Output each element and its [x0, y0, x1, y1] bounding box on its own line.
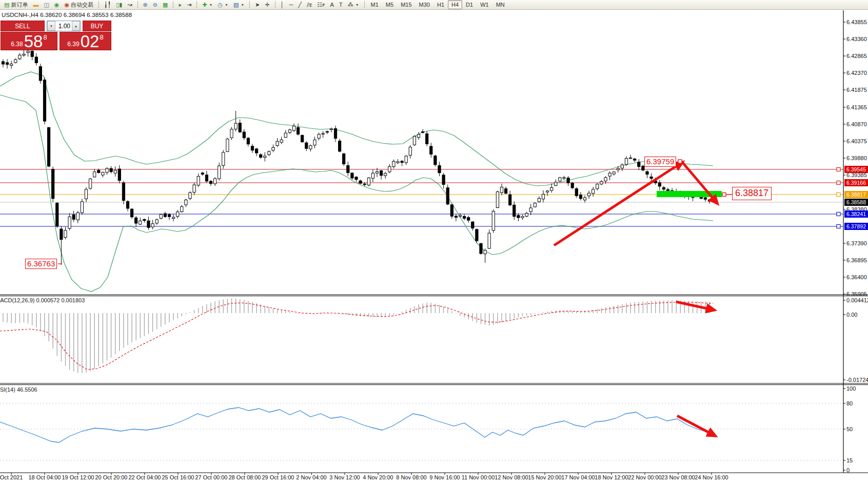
zoom-out-button[interactable]: ⊖: [150, 0, 160, 9]
timeframe-m30-button[interactable]: M30: [416, 0, 433, 9]
price-annotation-peak[interactable]: 6.39759: [644, 157, 676, 167]
volume-increase-button[interactable]: ▲: [72, 21, 80, 31]
candle-body: [23, 54, 25, 55]
crosshair-tool-button[interactable]: ✛: [262, 0, 272, 9]
candle-body: [646, 171, 648, 174]
vertical-line-tool[interactable]: │: [278, 0, 287, 9]
candle-body: [209, 181, 212, 184]
price-tag-label: 6.39166: [846, 180, 866, 186]
time-tick-label: 18 Oct 04:00: [29, 474, 61, 480]
auto-scroll-button[interactable]: ▸: [176, 0, 184, 9]
candle-body: [634, 159, 636, 160]
indicators-button[interactable]: ✚▼: [200, 0, 215, 9]
candle-body: [455, 216, 457, 218]
horizontal-line-tool[interactable]: ─: [287, 0, 296, 9]
candle-body: [102, 172, 104, 176]
price-tick-label: 6.43360: [846, 36, 867, 42]
candle-body: [559, 178, 561, 181]
candle-body: [168, 215, 170, 217]
candle-body: [351, 173, 353, 178]
price-tick-label: 6.43855: [846, 19, 867, 25]
candle-body: [85, 189, 87, 199]
line-chart-button[interactable]: ↝: [125, 0, 134, 9]
candle-body: [509, 195, 511, 205]
text-label-icon: T: [339, 2, 343, 8]
toolbar-separator: [364, 1, 365, 8]
timeframe-d1-button[interactable]: D1: [462, 0, 477, 9]
indicator-tick-label: 0.00: [846, 312, 857, 318]
candle-body: [401, 161, 403, 163]
new-order-button[interactable]: ▤ 新订单: [2, 0, 30, 9]
candle-body: [405, 156, 407, 163]
timeframe-w1-button[interactable]: W1: [477, 0, 492, 9]
candle-body: [347, 165, 349, 172]
bars-chart-button[interactable]: ╽╿: [102, 0, 113, 9]
candle-body: [135, 218, 137, 223]
candle-body: [567, 178, 569, 183]
line-handle[interactable]: [837, 193, 840, 197]
text-a-icon: A: [330, 2, 334, 8]
trendline-tool[interactable]: ╱: [295, 0, 304, 9]
candle-body: [56, 203, 58, 226]
price-tick-label: 6.37390: [846, 240, 867, 246]
text-tool[interactable]: A: [328, 0, 337, 9]
styles-button[interactable]: ▬: [30, 0, 41, 9]
fibonacci-tool[interactable]: ☷ꜰ: [314, 0, 327, 9]
candle-body: [326, 131, 328, 132]
chart-shift-button[interactable]: ⇥: [184, 0, 194, 9]
line-handle[interactable]: [837, 212, 840, 216]
autotrading-button[interactable]: ◉ 自动交易: [62, 0, 96, 9]
candle-body: [476, 229, 478, 241]
candles-chart-button[interactable]: ▯▮: [113, 0, 125, 9]
candle-body: [463, 216, 466, 218]
signal-button[interactable]: ◉: [52, 0, 62, 9]
timeframe-h1-button[interactable]: H1: [433, 0, 448, 9]
buy-button[interactable]: BUY: [83, 21, 111, 31]
sell-button[interactable]: SELL: [1, 21, 45, 31]
price-tick-label: 6.39880: [846, 155, 867, 161]
tile-windows-button[interactable]: ▦: [160, 0, 170, 9]
volume-decrease-button[interactable]: ▼: [47, 21, 55, 31]
timeframe-mn-button[interactable]: MN: [492, 0, 508, 9]
label-tool[interactable]: T: [337, 0, 345, 9]
periods-button[interactable]: ◷▼: [215, 0, 231, 9]
sell-price-tile[interactable]: 6.38 58 8: [1, 32, 57, 50]
trendline-icon: ╱: [298, 2, 302, 8]
chevron-down-icon: ▼: [225, 3, 228, 7]
line-handle[interactable]: [837, 225, 840, 228]
candle-body: [546, 191, 549, 192]
price-annotation-low[interactable]: 6.36763: [25, 259, 57, 269]
price-annotation-level[interactable]: 6.38817: [732, 187, 772, 200]
price-tick-label: 6.41875: [846, 87, 867, 93]
timeframe-m1-button[interactable]: M1: [367, 0, 382, 9]
arrows-shapes-icon: ⁂: [348, 2, 353, 8]
candle-body: [131, 209, 133, 217]
zoom-in-button[interactable]: ⊕: [141, 0, 150, 9]
candle-body: [118, 169, 121, 181]
buy-price-big: 02: [81, 33, 100, 49]
time-tick-label: 28 Oct 08:00: [229, 474, 261, 480]
time-tick-label: 18 Nov 12:00: [595, 474, 628, 480]
volume-value[interactable]: 1.00: [55, 21, 72, 31]
time-tick-label: 29 Oct 16:00: [262, 474, 294, 480]
buy-price-tile[interactable]: 6.39 02 8: [60, 32, 111, 50]
line-handle[interactable]: [837, 181, 840, 185]
timeframe-h4-button[interactable]: H4: [448, 0, 462, 9]
timeframe-m15-button[interactable]: M15: [397, 0, 415, 9]
chart-canvas[interactable]: 6.438556.433606.428656.423706.418756.413…: [0, 0, 868, 483]
templates-button[interactable]: ▧▼: [231, 0, 247, 9]
line-handle[interactable]: [837, 168, 840, 171]
channel-tool[interactable]: ⫽ᴇ: [304, 0, 314, 9]
chevron-down-icon: ▼: [356, 3, 359, 7]
arrows-tool[interactable]: ⁂▼: [345, 0, 362, 9]
new-order-label: 新订单: [11, 1, 28, 9]
time-tick-label: 15 Nov 20:00: [528, 474, 561, 480]
trading-app-window: ▤ 新订单 ▬ ◫ ◉ ◉ 自动交易 ╽╿ ▯▮ ↝ ⊕ ⊖ ▦ ▸ ⇥: [0, 0, 868, 483]
timeframe-m5-button[interactable]: M5: [382, 0, 397, 9]
cursor-tool-button[interactable]: ➤: [252, 0, 262, 9]
candle-body: [147, 221, 150, 227]
market-watch-button[interactable]: ◫: [41, 0, 51, 9]
candle-body: [575, 189, 578, 196]
time-tick-label: 19 Oct 12:00: [62, 474, 94, 480]
candle-body: [571, 183, 574, 188]
